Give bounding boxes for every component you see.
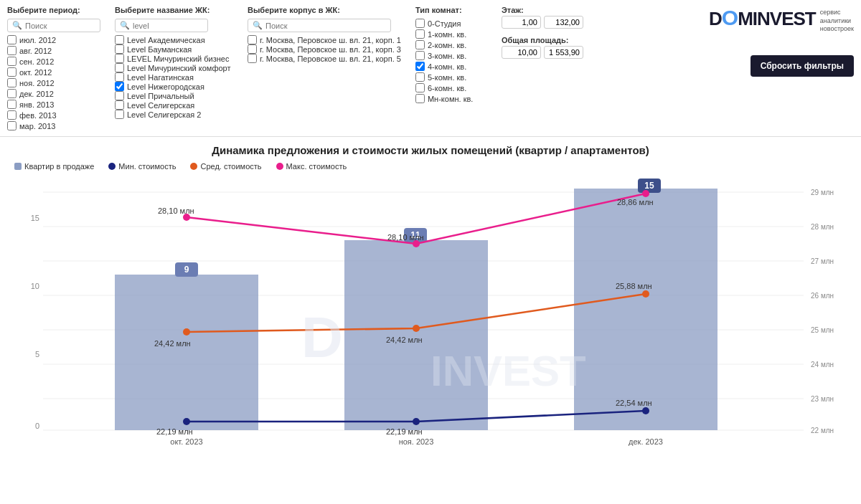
corpus-search-icon: 🔍 xyxy=(253,21,263,30)
svg-text:15: 15 xyxy=(31,214,39,222)
corpus-item[interactable]: г. Москва, Перовское ш. вл. 21, корп. 3 xyxy=(248,44,401,54)
legend-item: Квартир в продаже xyxy=(14,162,94,171)
room-item[interactable]: 2-комн. кв. xyxy=(415,40,487,49)
floor-min-input[interactable] xyxy=(502,16,541,29)
chart-container: 15 10 5 0 29 млн 28 млн 27 млн 26 млн 25… xyxy=(14,178,847,450)
floor-max-input[interactable] xyxy=(544,16,583,29)
svg-text:окт. 2023: окт. 2023 xyxy=(170,437,202,446)
svg-text:9: 9 xyxy=(184,265,189,275)
rooms-label: Тип комнат: xyxy=(415,6,487,14)
period-item[interactable]: авг. 2012 xyxy=(7,46,100,55)
svg-text:24,42 млн: 24,42 млн xyxy=(154,339,191,348)
period-search-icon: 🔍 xyxy=(12,21,22,30)
svg-text:22,54 млн: 22,54 млн xyxy=(616,399,652,407)
bar-oct xyxy=(115,275,258,430)
period-item[interactable]: янв. 2013 xyxy=(7,100,100,109)
svg-text:25,88 млн: 25,88 млн xyxy=(616,282,652,290)
floor-label: Этаж: xyxy=(502,6,659,14)
corpus-item[interactable]: г. Москва, Перовское ш. вл. 21, корп. 1 xyxy=(248,35,401,44)
jk-item[interactable]: Level Нагатинская xyxy=(115,72,233,82)
legend-item: Макс. стоимость xyxy=(276,162,347,171)
chart-svg: 15 10 5 0 29 млн 28 млн 27 млн 26 млн 25… xyxy=(14,178,847,450)
min-point-nov xyxy=(413,418,420,425)
chart-title: Динамика предложения и стоимости жилых п… xyxy=(14,144,847,156)
reset-button[interactable]: Сбросить фильтры xyxy=(751,55,854,77)
svg-text:24,42 млн: 24,42 млн xyxy=(386,336,423,344)
corpus-search-input[interactable] xyxy=(265,22,386,30)
rooms-list: 0-Студия1-комн. кв.2-комн. кв.3-комн. кв… xyxy=(415,19,487,103)
jk-item[interactable]: Level Бауманская xyxy=(115,44,233,54)
min-point-oct xyxy=(183,418,190,425)
period-list: июл. 2012авг. 2012сен. 2012окт. 2012ноя.… xyxy=(7,35,100,130)
svg-text:27 млн: 27 млн xyxy=(811,257,834,265)
bar-dec xyxy=(574,189,718,430)
jk-item[interactable]: Level Причальный xyxy=(115,91,233,100)
jk-search-icon: 🔍 xyxy=(120,21,130,30)
period-item[interactable]: дек. 2012 xyxy=(7,89,100,98)
period-item[interactable]: сен. 2012 xyxy=(7,57,100,66)
jk-item[interactable]: Level Мичуринский комфорт xyxy=(115,63,233,72)
area-min-input[interactable] xyxy=(502,46,541,59)
period-item[interactable]: июл. 2012 xyxy=(7,35,100,44)
room-item[interactable]: 0-Студия xyxy=(415,19,487,28)
svg-text:28,10 млн: 28,10 млн xyxy=(387,233,424,242)
svg-text:22 млн: 22 млн xyxy=(811,427,834,434)
svg-text:D: D xyxy=(301,305,343,369)
svg-text:5: 5 xyxy=(35,350,39,358)
room-item[interactable]: 4-комн. кв. xyxy=(415,62,487,71)
jk-item[interactable]: Level Селигерская 2 xyxy=(115,110,233,119)
svg-text:15: 15 xyxy=(644,181,654,191)
chart-legend: Квартир в продажеМин. стоимостьСред. сто… xyxy=(14,162,847,171)
svg-text:26 млн: 26 млн xyxy=(811,292,834,300)
corpus-label: Выберите корпус в ЖК: xyxy=(248,6,401,14)
svg-text:22,19 млн: 22,19 млн xyxy=(156,427,193,436)
svg-text:22,19 млн: 22,19 млн xyxy=(386,427,423,436)
jk-search-input[interactable] xyxy=(133,22,203,30)
room-item[interactable]: 3-комн. кв. xyxy=(415,51,487,60)
svg-text:24 млн: 24 млн xyxy=(811,361,834,369)
jk-label: Выберите название ЖК: xyxy=(115,6,233,14)
svg-text:0: 0 xyxy=(35,422,39,430)
period-label: Выберите период: xyxy=(7,6,100,14)
svg-text:ноя. 2023: ноя. 2023 xyxy=(399,437,434,446)
min-point-dec xyxy=(642,407,649,414)
svg-text:28,86 млн: 28,86 млн xyxy=(617,198,654,206)
jk-item[interactable]: Level Нижегородская xyxy=(115,82,233,91)
svg-text:29 млн: 29 млн xyxy=(811,189,834,196)
jk-item[interactable]: Level Академическая xyxy=(115,35,233,44)
avg-point-oct xyxy=(183,328,190,336)
svg-text:INVEST: INVEST xyxy=(430,347,586,395)
jk-list: Level АкадемическаяLevel БауманскаяLEVEL… xyxy=(115,35,233,119)
jk-item[interactable]: Level Селигерская xyxy=(115,100,233,110)
corpus-item[interactable]: г. Москва, Перовское ш. вл. 21, корп. 5 xyxy=(248,54,401,63)
avg-point-dec xyxy=(642,290,649,298)
jk-item[interactable]: LEVEL Мичуринский бизнес xyxy=(115,54,233,63)
corpus-list: г. Москва, Перовское ш. вл. 21, корп. 1г… xyxy=(248,35,401,63)
logo-subtitle: сервисаналитикиновостроек xyxy=(820,6,854,34)
legend-item: Мин. стоимость xyxy=(108,162,176,171)
period-item[interactable]: окт. 2012 xyxy=(7,67,100,77)
room-item[interactable]: 5-комн. кв. xyxy=(415,72,487,82)
svg-text:10: 10 xyxy=(31,282,39,290)
svg-text:23 млн: 23 млн xyxy=(811,395,834,403)
room-item[interactable]: 1-комн. кв. xyxy=(415,29,487,39)
avg-point-nov xyxy=(413,325,420,332)
svg-text:28 млн: 28 млн xyxy=(811,223,834,231)
period-item[interactable]: ноя. 2012 xyxy=(7,78,100,87)
room-item[interactable]: 6-комн. кв. xyxy=(415,83,487,92)
logo: DOMINVEST xyxy=(709,6,816,30)
period-item[interactable]: мар. 2013 xyxy=(7,121,100,130)
period-search-input[interactable] xyxy=(25,22,95,30)
svg-text:28,10 млн: 28,10 млн xyxy=(158,206,194,215)
legend-item: Сред. стоимость xyxy=(190,162,261,171)
svg-text:25 млн: 25 млн xyxy=(811,326,834,334)
area-max-input[interactable] xyxy=(544,46,583,59)
max-point-dec xyxy=(642,190,649,197)
area-label: Общая площадь: xyxy=(502,36,659,44)
svg-text:дек. 2023: дек. 2023 xyxy=(629,437,663,446)
period-item[interactable]: фев. 2013 xyxy=(7,110,100,120)
room-item[interactable]: Мн-комн. кв. xyxy=(415,94,487,103)
